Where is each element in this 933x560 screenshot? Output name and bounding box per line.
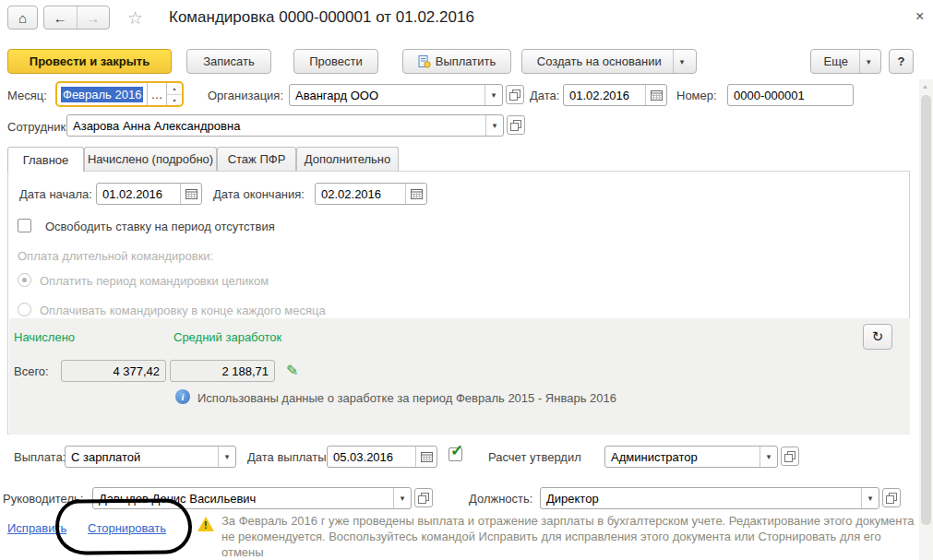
pay-icon xyxy=(418,55,431,68)
approved-by-value[interactable]: Администратор xyxy=(605,450,760,464)
end-date-field[interactable]: 02.02.2016 xyxy=(315,183,427,205)
month-label: Месяц: xyxy=(7,89,47,102)
post-button[interactable]: Провести xyxy=(293,49,378,74)
release-rate-checkbox[interactable] xyxy=(18,219,31,232)
more-button[interactable]: Еще ▾ xyxy=(810,49,881,74)
fix-link[interactable]: Исправить xyxy=(7,521,66,535)
home-button[interactable]: ⌂ xyxy=(7,6,38,30)
edit-pencil-icon[interactable]: ✎ xyxy=(286,362,298,379)
manager-open-button[interactable] xyxy=(414,488,433,507)
employee-field[interactable]: Азарова Анна Александровна ▾ xyxy=(66,114,504,137)
date-value[interactable]: 01.02.2016 xyxy=(564,89,645,102)
info-icon: i xyxy=(175,389,190,404)
calendar-icon[interactable] xyxy=(415,447,437,467)
start-date-label: Дата начала: xyxy=(19,187,92,201)
accrued-total-value: 4 377,42 xyxy=(62,364,165,378)
calendar-icon[interactable] xyxy=(405,184,426,204)
help-button[interactable]: ? xyxy=(889,49,914,74)
position-field[interactable]: Директор ▾ xyxy=(540,487,879,509)
close-icon[interactable]: × xyxy=(915,8,924,25)
payment-date-value[interactable]: 05.03.2016 xyxy=(328,450,415,464)
pay-button[interactable]: Выплатить xyxy=(402,49,511,74)
page-title: Командировка 0000-000001 от 01.02.2016 xyxy=(169,8,474,27)
number-label: Номер: xyxy=(676,89,717,102)
write-button[interactable]: Записать xyxy=(186,49,271,74)
calc-approved-checkbox[interactable]: ✓ xyxy=(449,447,462,461)
tab-label: Стаж ПФР xyxy=(228,152,286,166)
calendar-icon[interactable] xyxy=(645,85,666,105)
avg-earnings-field[interactable]: 2 188,71 xyxy=(170,360,275,382)
payment-field[interactable]: С зарплатой ▾ xyxy=(65,446,236,468)
date-label: Дата: xyxy=(530,89,559,102)
payment-value[interactable]: С зарплатой xyxy=(66,450,218,464)
open-icon xyxy=(509,89,520,101)
scrollbar-thumb[interactable] xyxy=(921,95,931,525)
chevron-down-icon[interactable]: ▾ xyxy=(393,488,411,508)
vertical-scrollbar[interactable]: ▲ xyxy=(919,79,933,560)
employee-value[interactable]: Азарова Анна Александровна xyxy=(67,119,485,133)
chevron-down-icon[interactable]: ▾ xyxy=(673,50,691,73)
start-date-field[interactable]: 01.02.2016 xyxy=(96,183,202,205)
calc-approved-label: Расчет утвердил xyxy=(488,450,581,464)
chevron-down-icon[interactable]: ▾ xyxy=(861,488,879,508)
pay-whole-period-radio[interactable] xyxy=(18,273,31,287)
chevron-down-icon[interactable]: ▾ xyxy=(760,447,777,467)
history-nav: ← → xyxy=(43,6,110,30)
forward-button[interactable]: → xyxy=(78,6,110,29)
organization-open-button[interactable] xyxy=(506,85,524,104)
organization-field[interactable]: Авангард ООО ▾ xyxy=(289,84,503,106)
manager-value[interactable]: Давыдов Денис Васильевич xyxy=(93,492,393,506)
refresh-button[interactable]: ↻ xyxy=(863,324,892,350)
info-glyph: i xyxy=(181,391,184,402)
manager-field[interactable]: Давыдов Денис Васильевич ▾ xyxy=(92,487,412,509)
tab-pfr-experience[interactable]: Стаж ПФР xyxy=(217,147,296,171)
release-rate-label: Освободить ставку на период отсутствия xyxy=(45,220,275,233)
earnings-period-info: Использованы данные о заработке за перио… xyxy=(197,391,616,405)
post-and-close-label: Провести и закрыть xyxy=(30,54,150,68)
tab-label: Главное xyxy=(23,153,69,167)
post-label: Провести xyxy=(309,54,363,68)
post-and-close-button[interactable]: Провести и закрыть xyxy=(7,49,172,74)
number-field[interactable]: 0000-000001 xyxy=(727,84,854,106)
payment-label: Выплата: xyxy=(14,450,66,464)
pay-monthly-label: Оплачивать командировку в конце каждого … xyxy=(40,304,326,317)
month-value[interactable]: Февраль 2016 xyxy=(61,87,143,102)
chevron-down-icon[interactable]: ▾ xyxy=(218,447,235,467)
month-picker-button[interactable]: … xyxy=(147,83,166,105)
chevron-down-icon[interactable]: ▾ xyxy=(485,115,503,136)
help-icon: ? xyxy=(898,54,905,68)
end-date-value[interactable]: 02.02.2016 xyxy=(316,187,405,201)
reverse-link[interactable]: Сторнировать xyxy=(88,521,166,535)
scroll-up-icon[interactable]: ▲ xyxy=(922,83,928,89)
favorite-star-icon[interactable]: ☆ xyxy=(127,7,143,29)
accrued-total-field[interactable]: 4 377,42 xyxy=(61,360,166,382)
tab-additional[interactable]: Дополнительно xyxy=(296,147,399,171)
calendar-icon[interactable] xyxy=(180,184,201,204)
create-based-on-button[interactable]: Создать на основании ▾ xyxy=(521,49,697,74)
tab-main[interactable]: Главное xyxy=(7,147,84,172)
pay-monthly-radio[interactable] xyxy=(18,303,31,316)
organization-value[interactable]: Авангард ООО xyxy=(290,89,484,102)
position-value[interactable]: Директор xyxy=(541,492,861,506)
more-label: Еще xyxy=(824,54,848,68)
spinner-down-icon[interactable]: ▾ xyxy=(167,95,182,106)
number-value[interactable]: 0000-000001 xyxy=(728,89,853,102)
manager-label: Руководитель: xyxy=(3,492,83,506)
back-button[interactable]: ← xyxy=(44,6,78,29)
date-field[interactable]: 01.02.2016 xyxy=(563,84,667,106)
position-open-button[interactable] xyxy=(882,488,901,507)
employee-open-button[interactable] xyxy=(507,115,525,135)
approved-by-open-button[interactable] xyxy=(781,447,799,466)
payment-date-field[interactable]: 05.03.2016 xyxy=(327,446,437,468)
approved-by-field[interactable]: Администратор ▾ xyxy=(604,446,778,468)
spinner-up-icon[interactable]: ▴ xyxy=(167,83,182,95)
chevron-down-icon[interactable]: ▾ xyxy=(484,85,502,105)
month-field[interactable]: Февраль 2016 … ▴ ▾ xyxy=(55,81,184,107)
start-date-value[interactable]: 01.02.2016 xyxy=(97,187,180,201)
tab-accrued-detail[interactable]: Начислено (подробно) xyxy=(84,147,217,171)
position-label: Должность: xyxy=(469,492,532,506)
chevron-down-icon[interactable]: ▾ xyxy=(859,50,878,73)
open-icon xyxy=(418,493,429,504)
forward-icon: → xyxy=(86,10,100,26)
organization-label: Организация: xyxy=(208,89,283,102)
